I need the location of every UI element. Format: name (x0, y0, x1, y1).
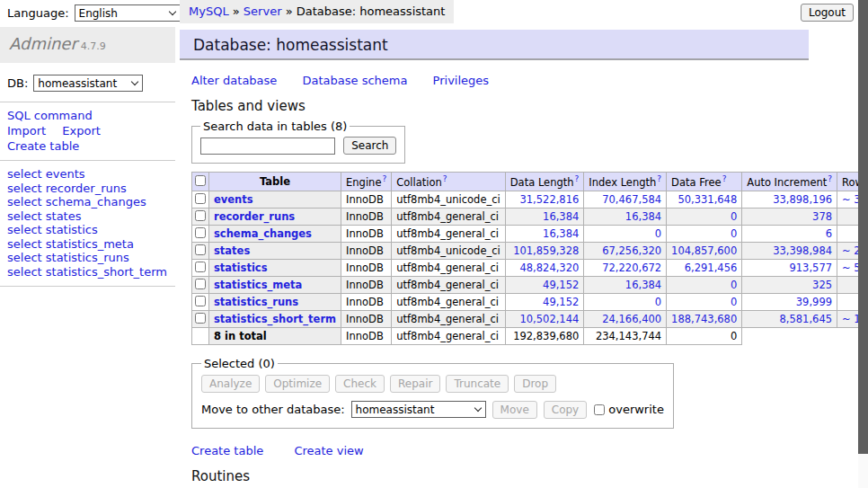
table-name-link[interactable]: statistics_runs (214, 296, 298, 308)
index-length-link[interactable]: 16,384 (625, 279, 661, 291)
auto-increment-cell: 8,581,645 (742, 310, 837, 327)
auto-increment-cell: 325 (742, 276, 837, 293)
database-action-link[interactable]: Alter database (191, 74, 277, 87)
auto-increment-link[interactable]: 325 (812, 279, 832, 291)
move-db-select[interactable]: homeassistant (351, 401, 486, 418)
sidebar-command-link[interactable]: Create table (7, 139, 79, 153)
row-checkbox[interactable] (195, 244, 206, 255)
truncate-button[interactable]: Truncate (446, 375, 509, 393)
auto-increment-link[interactable]: 378 (812, 210, 832, 223)
column-header-auto-increment: Auto Increment? (742, 173, 837, 191)
data-free-link[interactable]: 50,331,648 (678, 193, 737, 206)
data-free-cell: 6,291,456 (667, 259, 742, 276)
index-length-link[interactable]: 0 (655, 227, 661, 240)
index-length-link[interactable]: 67,256,320 (602, 244, 661, 257)
data-length-link[interactable]: 48,824,320 (519, 262, 579, 274)
data-length-link[interactable]: 16,384 (543, 227, 579, 240)
auto-increment-link[interactable]: 913,577 (789, 262, 832, 274)
data-length-link[interactable]: 31,522,816 (519, 193, 579, 206)
move-row: Move to other database: homeassistant Mo… (201, 401, 664, 419)
index-length-link[interactable]: 0 (655, 296, 661, 308)
database-action-links: Alter database Database schema Privilege… (191, 74, 859, 87)
row-checkbox[interactable] (195, 279, 206, 289)
auto-increment-link[interactable]: 6 (826, 227, 832, 240)
engine-cell: InnoDB (341, 259, 392, 276)
row-checkbox[interactable] (195, 210, 206, 221)
table-name-link[interactable]: statistics_short_term (214, 313, 336, 325)
sidebar-select-table-link[interactable]: select schema_changes (7, 195, 168, 209)
sidebar-select-table-link[interactable]: select recorder_runs (7, 182, 168, 196)
data-free-link[interactable]: 0 (731, 210, 737, 223)
sidebar-select-table-link[interactable]: select statistics (7, 223, 168, 237)
table-name-link[interactable]: events (214, 193, 253, 206)
sidebar-select-table-link[interactable]: select states (7, 209, 168, 224)
overwrite-checkbox[interactable] (594, 404, 605, 415)
database-action-link[interactable]: Database schema (303, 74, 408, 87)
scrollbar-thumb[interactable] (858, 0, 868, 454)
row-checkbox[interactable] (195, 296, 206, 306)
total-engine: InnoDB (341, 327, 392, 344)
breadcrumb-item[interactable]: MySQL (189, 4, 229, 18)
auto-increment-link[interactable]: 39,999 (796, 296, 832, 308)
sidebar-select-table-link[interactable]: select statistics_short_term (7, 265, 168, 279)
data-free-link[interactable]: 0 (731, 279, 737, 291)
data-length-link[interactable]: 49,152 (543, 296, 579, 308)
create-link[interactable]: Create table (191, 444, 263, 457)
data-length-link[interactable]: 16,384 (543, 210, 579, 223)
data-free-link[interactable]: 188,743,680 (671, 313, 737, 325)
row-checkbox[interactable] (195, 313, 206, 324)
column-header-label: Data Free (671, 176, 722, 189)
index-length-link[interactable]: 24,166,400 (602, 313, 661, 325)
help-icon[interactable]: ? (575, 174, 580, 183)
page-scrollbar[interactable] (858, 0, 868, 488)
data-length-link[interactable]: 10,502,144 (519, 313, 579, 325)
sidebar-command-link[interactable]: Export (62, 124, 101, 138)
auto-increment-link[interactable]: 8,581,645 (780, 313, 833, 325)
auto-increment-link[interactable]: 33,898,196 (773, 193, 832, 206)
index-length-link[interactable]: 16,384 (625, 210, 661, 223)
help-icon[interactable]: ? (657, 174, 661, 183)
select-all-checkbox[interactable] (195, 175, 206, 186)
column-header-data-free: Data Free? (667, 173, 742, 191)
index-length-link[interactable]: 70,467,584 (602, 193, 661, 206)
help-icon[interactable]: ? (443, 174, 447, 183)
sidebar-select-table-link[interactable]: select events (7, 167, 168, 182)
data-free-link[interactable]: 6,291,456 (685, 262, 738, 274)
help-icon[interactable]: ? (722, 174, 727, 183)
search-button[interactable]: Search (343, 137, 396, 155)
data-length-link[interactable]: 101,859,328 (513, 244, 579, 257)
row-checkbox[interactable] (195, 262, 206, 272)
row-checkbox[interactable] (195, 227, 206, 238)
sidebar-command-link[interactable]: SQL command (7, 109, 93, 122)
index-length-link[interactable]: 72,220,672 (602, 262, 661, 274)
auto-increment-link[interactable]: 33,398,984 (773, 244, 832, 257)
data-free-link[interactable]: 0 (731, 227, 737, 240)
table-name-link[interactable]: schema_changes (214, 227, 312, 240)
data-free-link[interactable]: 104,857,600 (671, 244, 737, 257)
table-name-link[interactable]: recorder_runs (214, 210, 295, 223)
copy-button[interactable]: Copy (544, 401, 587, 419)
table-name-link[interactable]: states (214, 244, 250, 257)
breadcrumb-item[interactable]: Server (244, 4, 282, 18)
optimize-button[interactable]: Optimize (265, 375, 330, 393)
row-checkbox[interactable] (195, 193, 206, 204)
data-free-link[interactable]: 0 (731, 296, 737, 308)
repair-button[interactable]: Repair (390, 375, 440, 393)
create-link[interactable]: Create view (294, 444, 363, 457)
check-button[interactable]: Check (335, 375, 385, 393)
db-select[interactable]: homeassistant (33, 75, 143, 92)
data-free-cell: 50,331,648 (667, 191, 742, 208)
help-icon[interactable]: ? (828, 174, 832, 183)
sidebar-command-link[interactable]: Import (7, 124, 46, 138)
table-name-link[interactable]: statistics (214, 262, 268, 274)
sidebar-select-table-link[interactable]: select statistics_meta (7, 237, 168, 252)
search-input[interactable] (200, 138, 335, 155)
data-length-link[interactable]: 49,152 (543, 279, 579, 291)
sidebar-select-table-link[interactable]: select statistics_runs (7, 251, 168, 265)
database-action-link[interactable]: Privileges (433, 74, 490, 87)
analyze-button[interactable]: Analyze (201, 375, 260, 393)
table-name-link[interactable]: statistics_meta (214, 279, 302, 291)
drop-button[interactable]: Drop (514, 375, 556, 393)
move-button[interactable]: Move (492, 401, 537, 419)
help-icon[interactable]: ? (382, 174, 386, 183)
